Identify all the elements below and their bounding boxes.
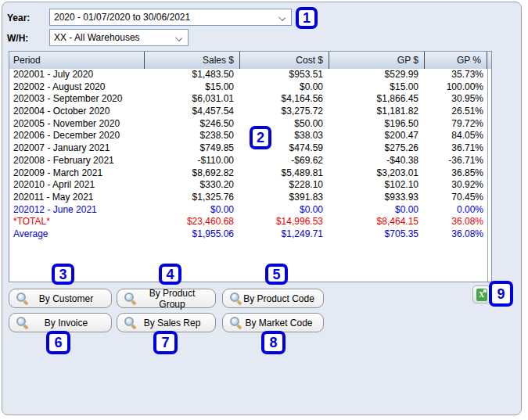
by-sales-rep-button-label: By Sales Rep	[137, 318, 215, 328]
callout-6: 6	[46, 331, 70, 354]
table-cell-cost: $391.83	[240, 192, 329, 204]
table-cell-period: 202002 - August 2020	[9, 81, 145, 94]
table-cell-gp_pct: 100.00%	[425, 81, 487, 94]
table-row: 202011 - May 2021$1,325.76$391.83$933.93…	[9, 192, 491, 204]
table-cell-cost: $228.10	[240, 179, 329, 192]
search-icon	[16, 317, 29, 329]
table-cell-cost: $3,275.72	[240, 106, 329, 118]
table-cell-cost: $5,489.81	[240, 167, 329, 180]
export-to-excel-button[interactable]: X	[472, 285, 490, 303]
table-row: *TOTAL*$23,460.68$14,996.53$8,464.1536.0…	[9, 216, 491, 228]
column-header-filler	[487, 52, 491, 69]
table-cell-gp: $705.35	[329, 228, 425, 241]
table-cell-sales: $246.50	[145, 118, 240, 131]
by-market-code-button[interactable]: By Market Code	[222, 313, 324, 332]
by-invoice-button[interactable]: By Invoice	[9, 313, 112, 332]
table-cell-period: 202005 - November 2020	[9, 118, 145, 131]
callout-3: 3	[52, 264, 74, 285]
table-cell-period: 202007 - January 2021	[9, 142, 145, 155]
table-row: 202003 - September 2020$6,031.01$4,164.5…	[9, 93, 491, 106]
warehouse-dropdown[interactable]: XX - All Warehouses	[49, 29, 189, 46]
period-sales-table: Period Sales $ Cost $ GP $ GP % 202001 -…	[9, 51, 492, 282]
excel-export-icon: X	[476, 289, 487, 301]
year-dropdown-value: 2020 - 01/07/2020 to 30/06/2021	[54, 12, 190, 23]
table-cell-sales: $749.85	[145, 142, 240, 155]
by-product-code-button-label: By Product Code	[242, 293, 323, 304]
table-cell-sales: -$110.00	[145, 155, 240, 167]
table-cell-gp: $3,203.01	[329, 167, 425, 180]
table-cell-sales: $238.50	[145, 130, 240, 142]
table-cell-cost: $0.00	[240, 81, 329, 94]
table-cell-cost: -$69.62	[240, 155, 329, 167]
main-panel: Year: 2020 - 01/07/2020 to 30/06/2021 W/…	[2, 2, 522, 415]
table-cell-gp_pct: 36.08%	[425, 228, 487, 241]
column-header-period[interactable]: Period	[9, 52, 145, 69]
by-customer-button[interactable]: By Customer	[9, 289, 112, 308]
table-cell-gp_pct: 30.95%	[425, 93, 487, 106]
chevron-down-icon	[278, 14, 286, 21]
table-cell-period: 202004 - October 2020	[9, 106, 145, 118]
search-icon	[124, 317, 137, 329]
table-cell-gp_pct: 30.92%	[425, 179, 487, 192]
by-product-code-button[interactable]: By Product Code	[222, 289, 324, 308]
table-cell-sales: $8,692.82	[145, 167, 240, 180]
table-row: 202010 - April 2021$330.20$228.10$102.10…	[9, 179, 491, 192]
column-header-gp-pct[interactable]: GP %	[425, 52, 487, 69]
table-row: 202009 - March 2021$8,692.82$5,489.81$3,…	[9, 167, 491, 180]
table-cell-sales: $4,457.54	[145, 106, 240, 118]
table-cell-gp: $15.00	[329, 81, 425, 94]
table-row: 202012 - June 2021$0.00$0.00$0.000.00%	[9, 204, 491, 217]
table-row: 202002 - August 2020$15.00$0.00$15.00100…	[9, 81, 491, 94]
table-cell-period: *TOTAL*	[9, 216, 145, 228]
table-row: 202001 - July 2020$1,483.50$953.51$529.9…	[9, 69, 491, 81]
search-icon	[16, 293, 29, 305]
column-header-sales[interactable]: Sales $	[145, 52, 240, 69]
table-cell-gp_pct: 36.85%	[425, 167, 487, 180]
table-cell-period: 202010 - April 2021	[9, 179, 145, 192]
table-cell-gp: $8,464.15	[329, 216, 425, 228]
table-cell-sales: $0.00	[145, 204, 240, 217]
table-cell-period: 202011 - May 2021	[9, 192, 145, 204]
year-dropdown[interactable]: 2020 - 01/07/2020 to 30/06/2021	[49, 9, 292, 26]
table-cell-gp: $1,866.45	[329, 93, 425, 106]
table-cell-sales: $330.20	[145, 179, 240, 192]
warehouse-label: W/H:	[7, 33, 28, 44]
table-cell-gp: $275.26	[329, 142, 425, 155]
table-column-divider	[487, 69, 488, 282]
table-cell-gp: $1,181.82	[329, 106, 425, 118]
table-cell-cost: $14,996.53	[240, 216, 329, 228]
search-icon	[230, 317, 242, 329]
callout-1: 1	[296, 7, 318, 29]
table-cell-sales: $1,483.50	[145, 69, 240, 81]
table-cell-sales: $23,460.68	[145, 216, 240, 228]
table-cell-period: 202003 - September 2020	[9, 93, 145, 106]
table-cell-gp_pct: 0.00%	[425, 204, 487, 217]
by-sales-rep-button[interactable]: By Sales Rep	[117, 313, 216, 332]
callout-9: 9	[489, 281, 513, 307]
table-row: Average$1,955.06$1,249.71$705.3536.08%	[9, 228, 491, 241]
table-cell-gp_pct: 26.51%	[425, 106, 487, 118]
search-icon	[124, 293, 137, 305]
by-market-code-button-label: By Market Code	[242, 318, 323, 328]
table-header-row: Period Sales $ Cost $ GP $ GP %	[9, 52, 491, 69]
table-row: 202008 - February 2021-$110.00-$69.62-$4…	[9, 155, 491, 167]
table-cell-gp_pct: 36.71%	[425, 142, 487, 155]
table-cell-gp: $0.00	[329, 204, 425, 217]
table-cell-gp_pct: 35.73%	[425, 69, 487, 81]
table-cell-gp: $529.99	[329, 69, 425, 81]
table-cell-gp: $200.47	[329, 130, 425, 142]
table-cell-gp_pct: 84.05%	[425, 130, 487, 142]
table-cell-cost: $4,164.56	[240, 93, 329, 106]
table-cell-sales: $1,325.76	[145, 192, 240, 204]
table-cell-gp_pct: 79.72%	[425, 118, 487, 131]
by-product-group-button[interactable]: By Product Group	[117, 289, 216, 308]
chevron-down-icon	[175, 34, 182, 41]
callout-4: 4	[159, 264, 181, 285]
by-invoice-button-label: By Invoice	[29, 318, 111, 328]
table-cell-gp: $102.10	[329, 179, 425, 192]
table-cell-gp: -$40.38	[329, 155, 425, 167]
table-cell-period: 202009 - March 2021	[9, 167, 145, 180]
table-cell-cost: $953.51	[240, 69, 329, 81]
column-header-cost[interactable]: Cost $	[240, 52, 329, 69]
column-header-gp[interactable]: GP $	[329, 52, 425, 69]
